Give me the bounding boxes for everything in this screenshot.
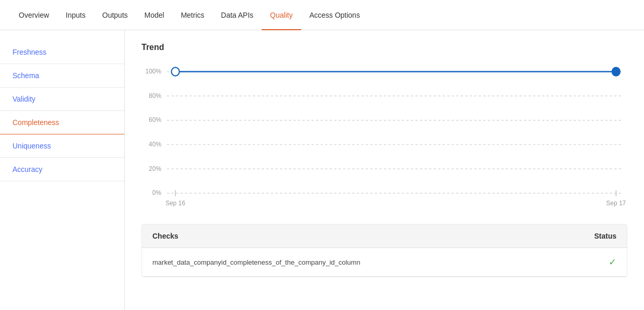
table-row: market_data_companyid_completeness_of_th… (142, 248, 627, 277)
svg-text:60%: 60% (149, 116, 161, 123)
sidebar-item-accuracy[interactable]: Accuracy (0, 158, 124, 181)
sidebar-item-schema[interactable]: Schema (0, 64, 124, 88)
svg-point-15 (172, 67, 179, 76)
svg-text:40%: 40% (149, 141, 161, 148)
svg-text:100%: 100% (146, 68, 162, 75)
sidebar: Freshness Schema Validity Completeness U… (0, 30, 125, 310)
main-content: Trend 100% 80% 60% 40% 20% 0% (125, 30, 644, 310)
sidebar-item-completeness[interactable]: Completeness (0, 111, 124, 134)
layout: Freshness Schema Validity Completeness U… (0, 30, 644, 310)
nav-access-options[interactable]: Access Options (301, 0, 368, 30)
check-status-icon: ✓ (609, 256, 616, 268)
svg-text:Sep 17: Sep 17 (606, 200, 626, 207)
nav-inputs[interactable]: Inputs (57, 0, 94, 30)
nav-quality[interactable]: Quality (262, 0, 301, 30)
checks-section: Checks Status market_data_companyid_comp… (141, 224, 627, 277)
trend-title: Trend (141, 43, 627, 52)
chart-svg: 100% 80% 60% 40% 20% 0% (141, 63, 627, 208)
trend-chart: 100% 80% 60% 40% 20% 0% (141, 63, 627, 208)
check-name: market_data_companyid_completeness_of_th… (152, 258, 360, 266)
nav-model[interactable]: Model (136, 0, 173, 30)
checks-header: Checks Status (142, 225, 627, 248)
checks-header-label: Checks (152, 232, 178, 240)
nav-outputs[interactable]: Outputs (94, 0, 136, 30)
top-nav: Overview Inputs Outputs Model Metrics Da… (0, 0, 644, 30)
svg-text:20%: 20% (149, 165, 161, 172)
nav-overview[interactable]: Overview (10, 0, 57, 30)
status-header-label: Status (594, 232, 616, 240)
svg-text:0%: 0% (152, 189, 161, 196)
sidebar-item-validity[interactable]: Validity (0, 88, 124, 111)
nav-metrics[interactable]: Metrics (173, 0, 213, 30)
svg-text:Sep 16: Sep 16 (165, 200, 185, 207)
nav-data-apis[interactable]: Data APIs (213, 0, 262, 30)
sidebar-item-uniqueness[interactable]: Uniqueness (0, 134, 124, 158)
svg-text:80%: 80% (149, 92, 161, 99)
sidebar-item-freshness[interactable]: Freshness (0, 41, 124, 64)
svg-point-16 (612, 67, 621, 77)
